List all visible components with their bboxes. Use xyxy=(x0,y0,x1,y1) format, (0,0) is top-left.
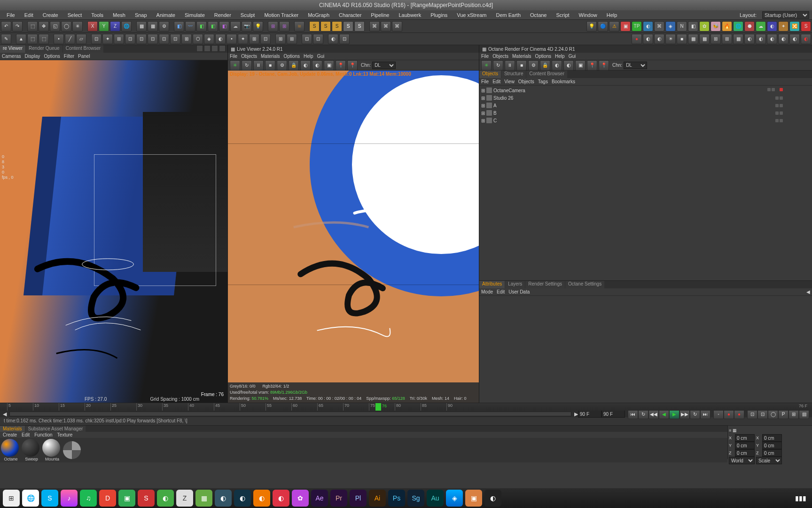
brush-button[interactable]: ✳ xyxy=(72,21,83,32)
oct2-refresh[interactable]: ↻ xyxy=(493,60,503,71)
sel4[interactable]: ⊡ xyxy=(313,34,323,44)
ai-icon[interactable]: Ai xyxy=(369,490,386,507)
oct-pause[interactable]: ⏸ xyxy=(253,60,264,71)
menu-select[interactable]: Select xyxy=(64,11,86,19)
snap13[interactable]: • xyxy=(226,34,237,44)
oct-pin2[interactable]: 📍 xyxy=(347,60,358,71)
snap3[interactable]: ⊞ xyxy=(114,34,124,44)
undo-button[interactable]: ↶ xyxy=(1,21,11,32)
menu-edit[interactable]: Edit xyxy=(21,11,37,19)
left-viewport[interactable]: 0 8 3 0 fps , 0 Frame : 76 FPS : 27.0 Gr… xyxy=(0,60,227,403)
attr-userdata[interactable]: User Data xyxy=(508,289,530,294)
mograph-button[interactable]: ⊞ xyxy=(268,21,278,32)
ball3[interactable]: ◐ xyxy=(767,34,777,44)
menu-script[interactable]: Script xyxy=(552,11,573,19)
generator2-button[interactable]: ◧ xyxy=(208,21,218,32)
vp-filter-menu[interactable]: Panel xyxy=(78,54,90,59)
oct-sphere[interactable]: ◐ xyxy=(300,60,311,71)
spotify-icon[interactable]: ♫ xyxy=(80,490,97,507)
zbrush-icon[interactable]: Z xyxy=(176,490,193,507)
sel3[interactable]: ⊡ xyxy=(302,34,312,44)
sg-icon[interactable]: Sg xyxy=(407,490,424,507)
material-sweep[interactable]: Sweep xyxy=(22,439,41,461)
menu-simulate[interactable]: Simulate xyxy=(181,11,209,19)
point-mode-button[interactable]: • xyxy=(54,34,64,44)
cube-button[interactable]: ◧ xyxy=(174,21,184,32)
scale-dropdown[interactable]: Scale xyxy=(756,457,782,464)
tray-icon[interactable]: ▮▮▮ xyxy=(792,490,809,507)
render-region-button[interactable]: ▦ xyxy=(148,21,158,32)
generator-button[interactable]: ◧ xyxy=(196,21,207,32)
plg10[interactable]: 🔥 xyxy=(722,21,732,32)
material-checker[interactable] xyxy=(63,441,83,459)
vp-cameras-menu[interactable]: Display xyxy=(25,54,40,59)
pos-x[interactable] xyxy=(735,434,755,442)
lv-objects[interactable]: Objects xyxy=(241,54,257,59)
work-plane-button[interactable]: ⬚ xyxy=(39,34,49,44)
tree-c[interactable]: ⊞ C xyxy=(480,117,811,124)
objmenu-bookmarks[interactable]: Bookmarks xyxy=(552,79,575,84)
tab-structure[interactable]: Structure xyxy=(501,71,526,78)
tree-octanecamera[interactable]: ⊞ OctaneCamera xyxy=(480,87,811,94)
playhead[interactable]: 76 xyxy=(375,403,381,411)
lv-gui[interactable]: Gui xyxy=(317,54,325,59)
light-button[interactable]: 💡 xyxy=(253,21,263,32)
vp-zoom-icon[interactable] xyxy=(204,45,211,52)
plg2[interactable]: TP xyxy=(632,21,642,32)
kn-icon[interactable]: ◈ xyxy=(446,490,463,507)
substance-button[interactable]: S xyxy=(309,21,320,32)
menu-octane[interactable]: Octane xyxy=(526,11,550,19)
rec-icon[interactable]: ● xyxy=(632,34,642,44)
snap7[interactable]: ⊡ xyxy=(159,34,169,44)
oct2-lock[interactable]: 🔒 xyxy=(540,60,550,71)
sel6[interactable]: ⊡ xyxy=(339,34,350,44)
plg9[interactable]: 🐝 xyxy=(710,21,721,32)
snap10[interactable]: ⬡ xyxy=(193,34,203,44)
size-z[interactable] xyxy=(762,449,782,457)
oct-file[interactable]: File xyxy=(481,54,489,59)
plg16[interactable]: 🔀 xyxy=(789,21,800,32)
environment-button[interactable]: ☁ xyxy=(230,21,241,32)
objmenu-edit[interactable]: Edit xyxy=(492,79,500,84)
chn-dropdown[interactable]: DL xyxy=(372,62,396,69)
scroll-right-icon[interactable]: ▶ xyxy=(574,411,578,417)
snap6[interactable]: ⊡ xyxy=(148,34,158,44)
texture-mode-button[interactable]: ⬚ xyxy=(27,34,38,44)
plg6[interactable]: N xyxy=(677,21,687,32)
snap5[interactable]: ⊡ xyxy=(136,34,147,44)
end-frame-field2[interactable] xyxy=(601,410,625,418)
live-viewer[interactable]: Display: 19 - Octane, Cam.Job, Update 0.… xyxy=(228,71,479,403)
timeline-ruler[interactable]: 5 10 15 20 25 30 35 40 45 50 55 60 65 70… xyxy=(0,403,812,411)
oct2-sphere[interactable]: ◐ xyxy=(552,60,562,71)
menu-help[interactable]: Help xyxy=(603,11,621,19)
vp-display-menu[interactable]: Options xyxy=(44,54,60,59)
tree-a[interactable]: ⊞ A xyxy=(480,102,811,109)
todoist-icon[interactable]: D xyxy=(99,490,116,507)
menu-tools[interactable]: Tools xyxy=(87,11,107,19)
oct2-logo-icon[interactable]: ✳ xyxy=(481,60,492,71)
oct-help[interactable]: Help xyxy=(555,54,565,59)
au-icon[interactable]: Au xyxy=(427,490,444,507)
substance4-button[interactable]: S xyxy=(343,21,353,32)
edge-mode-button[interactable]: ╱ xyxy=(65,34,75,44)
snap15[interactable]: ⊞ xyxy=(249,34,259,44)
timeline-scrollbar[interactable] xyxy=(9,412,571,416)
menu-file[interactable]: File xyxy=(3,11,19,19)
deformer-button[interactable]: ◧ xyxy=(219,21,229,32)
menu-snap[interactable]: Snap xyxy=(131,11,151,19)
substance5-button[interactable]: S xyxy=(354,21,365,32)
oct-pin[interactable]: 📍 xyxy=(336,60,346,71)
ps-icon[interactable]: Ps xyxy=(388,490,405,507)
vp-pan-icon[interactable] xyxy=(196,45,203,52)
substance3-button[interactable]: S xyxy=(332,21,342,32)
grid2[interactable]: ⊞ xyxy=(722,34,732,44)
vp-rotate-icon[interactable] xyxy=(211,45,218,52)
warn-icon[interactable]: ⚠ xyxy=(609,21,619,32)
z-lock-button[interactable]: Z xyxy=(110,21,120,32)
oct-stop[interactable]: ■ xyxy=(265,60,275,71)
swap-icon[interactable]: ◐ xyxy=(273,490,289,507)
menu-plugins[interactable]: Plugins xyxy=(427,11,451,19)
sel2[interactable]: ⊞ xyxy=(287,34,297,44)
oct-region[interactable]: ▣ xyxy=(324,60,334,71)
menu-window[interactable]: Window xyxy=(575,11,601,19)
